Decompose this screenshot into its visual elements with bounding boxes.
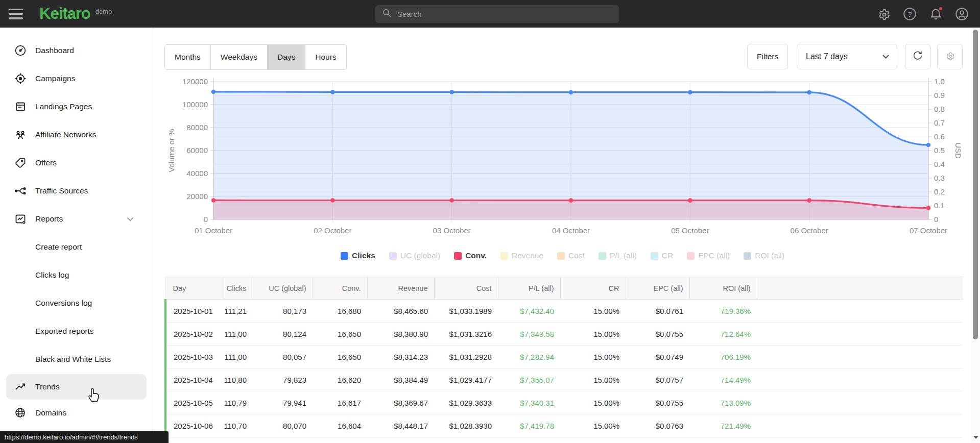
column-header[interactable]: ROI (all)	[689, 277, 757, 300]
tab-weekdays[interactable]: Weekdays	[211, 45, 268, 69]
tab-hours[interactable]: Hours	[305, 45, 346, 69]
sidebar-item-clicks-log[interactable]: Clicks log	[0, 261, 153, 289]
settings-gear-icon[interactable]	[877, 7, 891, 21]
filters-button[interactable]: Filters	[747, 44, 788, 69]
sidebar-item-black-and-white-lists[interactable]: Black and White Lists	[0, 345, 153, 373]
tab-months[interactable]: Months	[165, 45, 211, 69]
cell-revenue: $8,314.23	[367, 346, 434, 368]
column-header[interactable]: Cost	[434, 277, 498, 300]
search-input[interactable]	[397, 10, 591, 18]
cell-clicks: 110,70	[224, 414, 253, 437]
cell-clicks: 110,80	[224, 368, 253, 391]
cell-day: 2025-10-06	[165, 414, 224, 437]
refresh-icon	[912, 50, 923, 63]
scrollbar-track[interactable]	[971, 28, 980, 443]
chart-legend: Clicks UC (global) Conv. Revenue Cost P/…	[154, 251, 971, 260]
cell-cost: $1,031.3216	[434, 323, 498, 346]
sidebar-item-create-report[interactable]: Create report	[0, 233, 153, 261]
sidebar-item-trends[interactable]: Trends	[6, 374, 147, 400]
sidebar-item-traffic-sources[interactable]: Traffic Sources	[0, 177, 153, 205]
domains-icon	[14, 407, 27, 419]
sidebar-item-label: Conversions log	[35, 299, 92, 308]
global-search[interactable]	[375, 5, 619, 23]
cell-filler	[757, 437, 963, 443]
cell-cr: 15.00%	[560, 391, 626, 414]
cell-cr: 15.00%	[560, 368, 626, 391]
sidebar-item-offers[interactable]: Offers	[0, 149, 153, 177]
sidebar-item-dashboard[interactable]: Dashboard	[0, 36, 153, 64]
svg-text:?: ?	[907, 10, 912, 18]
legend-item[interactable]: Revenue	[500, 251, 543, 260]
column-header[interactable]: EPC (all)	[626, 277, 689, 300]
app-header: Keitaro demo ?	[0, 0, 980, 28]
sidebar-item-exported-reports[interactable]: Exported reports	[0, 317, 153, 345]
sidebar-item-reports[interactable]: Reports	[0, 205, 153, 233]
notifications-bell-icon[interactable]	[929, 7, 943, 21]
account-avatar-icon[interactable]	[955, 7, 969, 21]
sidebar-item-campaigns[interactable]: Campaigns	[0, 64, 153, 92]
legend-swatch	[341, 252, 348, 260]
sidebar-item-conversions-log[interactable]: Conversions log	[0, 289, 153, 317]
scroll-down-arrow-icon[interactable]	[973, 436, 978, 439]
table-row: 2025-10-04 110,80 79,823 16,620 $8,384.4…	[165, 368, 963, 391]
brand-logo[interactable]: Keitaro	[39, 5, 90, 23]
cell-day: 2025-10-01	[165, 300, 224, 323]
column-header[interactable]: UC (global)	[253, 277, 313, 300]
svg-text:0.4: 0.4	[934, 160, 945, 168]
legend-item[interactable]: Conv.	[454, 251, 487, 260]
legend-item[interactable]: Cost	[557, 251, 585, 260]
cell-pl: $7,432.40	[498, 300, 560, 323]
cell-conv: 16,650	[313, 346, 367, 368]
cell-cost: $517.6296	[434, 437, 498, 443]
svg-text:01 October: 01 October	[195, 226, 232, 235]
chevron-down-icon	[127, 214, 134, 224]
sidebar-item-label: Landings Pages	[35, 102, 92, 111]
legend-item[interactable]: ROI (all)	[744, 251, 784, 260]
cell-pl: $7,355.07	[498, 368, 560, 391]
sidebar-item-label: Clicks log	[35, 270, 69, 280]
legend-item[interactable]: CR	[651, 251, 673, 260]
column-header[interactable]: Revenue	[367, 277, 434, 300]
svg-text:USD: USD	[954, 142, 962, 159]
legend-item[interactable]: Clicks	[341, 251, 375, 260]
svg-text:0.3: 0.3	[934, 174, 945, 182]
cell-cost: $1,029.4177	[434, 368, 498, 391]
cell-roi: 712.64%	[689, 323, 757, 346]
legend-label: CR	[662, 251, 673, 260]
legend-item[interactable]: UC (global)	[389, 251, 440, 260]
sidebar-item-label: Black and White Lists	[35, 355, 111, 364]
date-range-select[interactable]: Last 7 days	[797, 44, 897, 69]
column-header[interactable]: Conv.	[313, 277, 367, 300]
cell-pl: $1,013.46	[498, 437, 560, 443]
chart-settings-button[interactable]	[937, 44, 963, 69]
column-header[interactable]: Clicks	[224, 277, 253, 300]
column-header[interactable]: Day	[165, 277, 224, 300]
legend-item[interactable]: EPC (all)	[687, 251, 730, 260]
sidebar-item-label: Domains	[35, 408, 66, 417]
column-header[interactable]: P/L (all)	[498, 277, 560, 300]
trends-table: Day Clicks UC (global) Conv. Revenue Cos…	[164, 277, 963, 443]
sidebar-item-landings-pages[interactable]: Landings Pages	[0, 92, 153, 120]
tab-days[interactable]: Days	[268, 45, 305, 69]
sidebar-item-affiliate-networks[interactable]: Affiliate Networks	[0, 120, 153, 149]
column-header[interactable]: CR	[560, 277, 626, 300]
cell-epc: $0.0755	[626, 323, 689, 346]
cell-cost: $1,031.2928	[434, 346, 498, 368]
column-header-filler	[757, 277, 963, 300]
cell-conv: 16,680	[313, 300, 367, 323]
hamburger-menu-icon[interactable]	[9, 9, 23, 19]
cell-cost: $1,033.1989	[434, 300, 498, 323]
help-icon[interactable]: ?	[903, 7, 917, 21]
sidebar-item-domains[interactable]: Domains	[0, 399, 153, 427]
legend-swatch	[744, 252, 751, 260]
cell-conv: 16,617	[313, 391, 367, 414]
refresh-button[interactable]	[905, 44, 930, 69]
cell-roi: 719.36%	[689, 300, 757, 323]
legend-item[interactable]: P/L (all)	[599, 251, 637, 260]
cell-revenue: $1,239.24	[367, 437, 434, 443]
sidebar-item-label: Dashboard	[35, 46, 74, 55]
cell-uc: 80,057	[253, 346, 313, 368]
cell-conv: 16,620	[313, 368, 367, 391]
scrollbar-thumb[interactable]	[973, 30, 978, 339]
table-row: 2025-10-03 111,00 80,057 16,650 $8,314.2…	[165, 346, 963, 368]
